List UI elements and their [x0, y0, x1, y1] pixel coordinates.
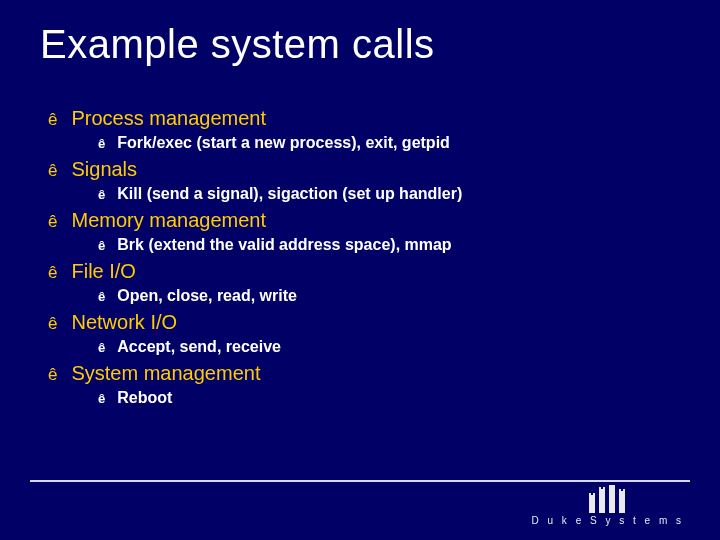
- footer-brand-text: D u k e S y s t e m s: [532, 515, 684, 526]
- svg-rect-6: [599, 487, 601, 490]
- bullet-process-management: ê Process management: [48, 107, 720, 130]
- svg-rect-3: [619, 491, 625, 513]
- footer-divider: [30, 480, 690, 482]
- bullet-glyph: ê: [48, 314, 57, 334]
- bullet-glyph: ê: [98, 289, 105, 304]
- duke-towers-icon: [585, 485, 631, 513]
- svg-rect-4: [589, 493, 591, 496]
- bullet-glyph: ê: [98, 340, 105, 355]
- svg-rect-2: [609, 485, 615, 513]
- slide: Example system calls ê Process managemen…: [0, 0, 720, 540]
- svg-rect-7: [603, 487, 605, 490]
- svg-rect-9: [623, 489, 625, 492]
- slide-title: Example system calls: [0, 0, 720, 67]
- subbullet-label: Fork/exec (start a new process), exit, g…: [117, 134, 450, 152]
- svg-rect-0: [589, 495, 595, 513]
- svg-rect-1: [599, 489, 605, 513]
- bullet-label: File I/O: [71, 260, 135, 283]
- bullet-signals: ê Signals: [48, 158, 720, 181]
- svg-rect-8: [619, 489, 621, 492]
- bullet-system-management: ê System management: [48, 362, 720, 385]
- subbullet-memory-management: ê Brk (extend the valid address space), …: [98, 236, 720, 254]
- svg-rect-5: [593, 493, 595, 496]
- bullet-glyph: ê: [98, 187, 105, 202]
- bullet-glyph: ê: [98, 136, 105, 151]
- bullet-label: Process management: [71, 107, 266, 130]
- bullet-glyph: ê: [48, 110, 57, 130]
- subbullet-process-management: ê Fork/exec (start a new process), exit,…: [98, 134, 720, 152]
- bullet-label: Signals: [71, 158, 137, 181]
- bullet-glyph: ê: [48, 263, 57, 283]
- bullet-label: Memory management: [71, 209, 266, 232]
- subbullet-system-management: ê Reboot: [98, 389, 720, 407]
- bullet-label: System management: [71, 362, 260, 385]
- footer-logo: D u k e S y s t e m s: [532, 485, 684, 526]
- subbullet-label: Open, close, read, write: [117, 287, 297, 305]
- bullet-network-io: ê Network I/O: [48, 311, 720, 334]
- subbullet-file-io: ê Open, close, read, write: [98, 287, 720, 305]
- bullet-file-io: ê File I/O: [48, 260, 720, 283]
- bullet-memory-management: ê Memory management: [48, 209, 720, 232]
- bullet-glyph: ê: [48, 161, 57, 181]
- bullet-glyph: ê: [48, 365, 57, 385]
- subbullet-label: Accept, send, receive: [117, 338, 281, 356]
- subbullet-label: Kill (send a signal), sigaction (set up …: [117, 185, 462, 203]
- bullet-label: Network I/O: [71, 311, 177, 334]
- subbullet-label: Brk (extend the valid address space), mm…: [117, 236, 451, 254]
- bullet-glyph: ê: [98, 238, 105, 253]
- subbullet-label: Reboot: [117, 389, 172, 407]
- bullet-glyph: ê: [98, 391, 105, 406]
- subbullet-network-io: ê Accept, send, receive: [98, 338, 720, 356]
- subbullet-signals: ê Kill (send a signal), sigaction (set u…: [98, 185, 720, 203]
- bullet-glyph: ê: [48, 212, 57, 232]
- slide-body: ê Process management ê Fork/exec (start …: [0, 67, 720, 407]
